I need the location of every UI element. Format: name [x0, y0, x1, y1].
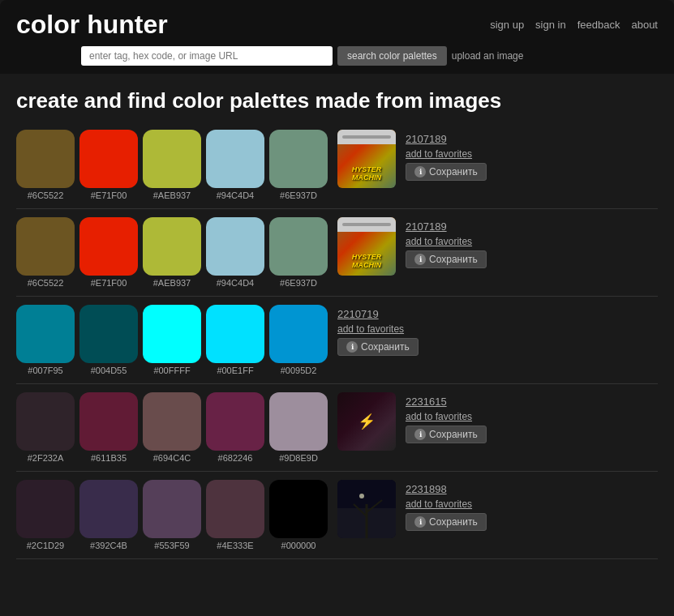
palette-swatches: #2C1D29#392C4B#553F59#4E333E#000000 — [16, 480, 328, 550]
color-swatch[interactable] — [143, 217, 201, 276]
palette-id[interactable]: 2231898 — [406, 483, 487, 495]
swatch-wrapper[interactable]: #6C5522 — [16, 130, 75, 200]
swatch-wrapper[interactable]: #000000 — [269, 480, 328, 550]
swatch-wrapper[interactable]: #94C4D4 — [206, 217, 264, 288]
nav-signup[interactable]: sign up — [490, 19, 524, 31]
color-swatch[interactable] — [143, 130, 201, 188]
palette-row: #6C5522#E71F00#AEB937#94C4D4#6E937D HYST… — [16, 130, 658, 209]
save-label: Сохранить — [361, 341, 410, 353]
add-favorites-link[interactable]: add to favorites — [406, 236, 487, 247]
upload-link[interactable]: upload an image — [452, 50, 524, 62]
nav-links: sign up sign in feedback about — [490, 19, 658, 31]
swatch-label: #611B35 — [91, 453, 127, 463]
swatch-wrapper[interactable]: #9D8E9D — [269, 392, 328, 463]
color-swatch[interactable] — [269, 480, 328, 538]
swatch-wrapper[interactable]: #0095D2 — [269, 305, 328, 375]
swatch-label: #E71F00 — [91, 190, 127, 200]
color-swatch[interactable] — [269, 130, 328, 188]
palette-row: #007F95#004D55#00FFFF#00E1FF#0095D222107… — [16, 305, 658, 384]
color-swatch[interactable] — [16, 480, 75, 538]
swatch-wrapper[interactable]: #392C4B — [79, 480, 138, 550]
save-icon: ℹ — [414, 254, 426, 265]
swatch-label: #000000 — [281, 541, 316, 550]
add-favorites-link[interactable]: add to favorites — [337, 323, 419, 335]
color-swatch[interactable] — [143, 480, 201, 538]
add-favorites-link[interactable]: add to favorites — [406, 498, 487, 510]
swatch-wrapper[interactable]: #E71F00 — [79, 130, 138, 200]
search-button[interactable]: search color palettes — [337, 46, 447, 66]
palette-id[interactable]: 2107189 — [406, 133, 487, 145]
swatch-label: #AEB937 — [153, 278, 191, 288]
color-swatch[interactable] — [206, 130, 264, 188]
swatch-label: #553F59 — [154, 541, 189, 550]
swatch-wrapper[interactable]: #AEB937 — [143, 130, 201, 200]
swatch-label: #94C4D4 — [217, 278, 254, 288]
swatch-wrapper[interactable]: #94C4D4 — [206, 130, 264, 200]
color-swatch[interactable] — [269, 217, 328, 276]
save-button[interactable]: ℹСохранить — [406, 513, 487, 531]
palette-id[interactable]: 2210719 — [337, 308, 419, 320]
palette-thumbnail[interactable] — [337, 480, 396, 538]
palette-id[interactable]: 2107189 — [406, 220, 487, 233]
palette-thumbnail[interactable]: HYSTERMACHIN — [337, 130, 396, 188]
main-title: create and find color palettes made from… — [0, 74, 674, 122]
color-swatch[interactable] — [79, 130, 138, 188]
swatch-label: #0095D2 — [281, 366, 317, 375]
swatch-wrapper[interactable]: #611B35 — [79, 392, 138, 463]
color-swatch[interactable] — [79, 305, 138, 363]
color-swatch[interactable] — [206, 217, 264, 276]
color-swatch[interactable] — [206, 305, 264, 363]
color-swatch[interactable] — [79, 217, 138, 276]
header-top: color hunter sign up sign in feedback ab… — [16, 10, 658, 40]
color-swatch[interactable] — [206, 392, 264, 451]
add-favorites-link[interactable]: add to favorites — [406, 148, 487, 160]
swatch-wrapper[interactable]: #553F59 — [143, 480, 201, 550]
add-favorites-link[interactable]: add to favorites — [406, 411, 487, 422]
save-button[interactable]: ℹСохранить — [406, 250, 487, 268]
save-button[interactable]: ℹСохранить — [406, 163, 487, 181]
color-swatch[interactable] — [143, 392, 201, 451]
color-swatch[interactable] — [16, 305, 75, 363]
nav-signin[interactable]: sign in — [535, 19, 566, 31]
color-swatch[interactable] — [16, 130, 75, 188]
palette-swatches: #007F95#004D55#00FFFF#00E1FF#0095D2 — [16, 305, 328, 375]
color-swatch[interactable] — [269, 305, 328, 363]
palette-info: 2231615add to favoritesℹСохранить — [406, 392, 487, 443]
swatch-wrapper[interactable]: #6C5522 — [16, 217, 75, 288]
nav-feedback[interactable]: feedback — [577, 19, 620, 31]
swatch-wrapper[interactable]: #00E1FF — [206, 305, 264, 375]
swatch-wrapper[interactable]: #004D55 — [79, 305, 138, 375]
color-swatch[interactable] — [143, 305, 201, 363]
palette-thumbnail[interactable]: HYSTERMACHIN — [337, 217, 396, 276]
save-icon: ℹ — [414, 516, 426, 528]
swatch-label: #007F95 — [28, 366, 62, 375]
swatch-wrapper[interactable]: #007F95 — [16, 305, 75, 375]
color-swatch[interactable] — [16, 217, 75, 276]
swatch-wrapper[interactable]: #E71F00 — [79, 217, 138, 288]
color-swatch[interactable] — [79, 480, 138, 538]
swatch-wrapper[interactable]: #4E333E — [206, 480, 264, 550]
search-input[interactable] — [81, 46, 333, 66]
swatch-wrapper[interactable]: #AEB937 — [143, 217, 201, 288]
swatch-label: #E71F00 — [91, 278, 127, 288]
swatch-wrapper[interactable]: #694C4C — [143, 392, 201, 463]
swatch-wrapper[interactable]: #00FFFF — [143, 305, 201, 375]
swatch-wrapper[interactable]: #682246 — [206, 392, 264, 463]
save-button[interactable]: ℹСохранить — [406, 426, 487, 443]
save-button[interactable]: ℹСохранить — [337, 338, 419, 356]
color-swatch[interactable] — [269, 392, 328, 451]
save-icon: ℹ — [414, 166, 426, 178]
palette-id[interactable]: 2231615 — [406, 396, 487, 408]
palette-thumbnail[interactable]: ⚡ — [337, 392, 396, 451]
nav-about[interactable]: about — [631, 19, 658, 31]
swatch-label: #6E937D — [280, 278, 317, 288]
swatch-wrapper[interactable]: #2F232A — [16, 392, 75, 463]
swatch-wrapper[interactable]: #2C1D29 — [16, 480, 75, 550]
color-swatch[interactable] — [16, 392, 75, 451]
swatch-label: #AEB937 — [153, 190, 191, 200]
color-swatch[interactable] — [79, 392, 138, 451]
save-label: Сохранить — [429, 516, 478, 528]
swatch-wrapper[interactable]: #6E937D — [269, 130, 328, 200]
swatch-wrapper[interactable]: #6E937D — [269, 217, 328, 288]
color-swatch[interactable] — [206, 480, 264, 538]
